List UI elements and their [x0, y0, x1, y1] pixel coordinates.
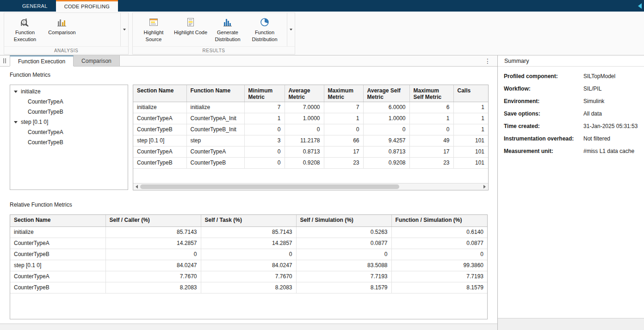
tree-item-countertypeb[interactable]: CounterTypeB — [10, 107, 128, 117]
table-row[interactable]: CounterTypeB8.20838.20838.15798.1579 — [10, 282, 487, 293]
scroll-left-button[interactable] — [133, 183, 140, 190]
summary-fields: Profiled component: SILTopModel Workflow… — [498, 67, 644, 318]
horizontal-scrollbar[interactable] — [133, 183, 488, 190]
tab-general[interactable]: GENERAL — [14, 0, 56, 12]
table-row[interactable]: CounterTypeBCounterTypeB00.9208230.92082… — [133, 157, 488, 168]
table-cell: 14.2857 — [105, 238, 201, 249]
table-cell: CounterTypeA — [10, 271, 105, 282]
table-cell: 0.6140 — [391, 226, 487, 238]
table-cell: 7.7670 — [105, 271, 201, 282]
table-cell: 7.7193 — [391, 271, 487, 282]
table-cell: 0 — [324, 124, 363, 135]
column-header[interactable]: Average Metric — [285, 85, 324, 102]
column-header[interactable]: Average Self Metric — [363, 85, 409, 102]
table-cell: 1.0000 — [285, 113, 324, 124]
table-row[interactable]: initializeinitialize77.000076.000061 — [133, 102, 488, 113]
table-header-row: Section NameFunction NameMinimum MetricA… — [133, 85, 488, 102]
table-cell: CounterTypeB — [10, 249, 105, 260]
highlight-source-button-label: Highlight Source — [135, 29, 172, 43]
function-distribution-button[interactable]: Function Distribution — [246, 13, 283, 46]
comparison-button-label: Comparison — [48, 29, 75, 36]
column-header[interactable]: Self / Simulation (%) — [296, 215, 391, 226]
summary-row-measurement-unit: Measurement unit: #miss L1 data cache — [504, 148, 638, 155]
highlight-code-button[interactable]: Highlight Code — [172, 13, 209, 46]
function-distribution-button-label: Function Distribution — [246, 29, 283, 43]
collapse-node-icon[interactable] — [14, 91, 18, 93]
table-cell: 1 — [324, 113, 363, 124]
table-row[interactable]: step [0.1 0]step311.2178669.425749101 — [133, 135, 488, 146]
table-cell: 7.7193 — [296, 271, 391, 282]
tree-item-step[interactable]: step [0.1 0] — [10, 117, 128, 127]
table-cell: 3 — [244, 135, 285, 146]
table-row[interactable]: CounterTypeA14.285714.28570.08770.0877 — [10, 238, 487, 249]
table-cell: step — [186, 135, 244, 146]
scrollbar-thumb[interactable] — [140, 184, 399, 189]
document-area: Function Execution Comparison ⋮ Function… — [0, 55, 497, 330]
tree-item-countertypea[interactable]: CounterTypeA — [10, 97, 128, 107]
highlight-source-button[interactable]: Highlight Source — [135, 13, 172, 46]
doc-tab-comparison[interactable]: Comparison — [74, 55, 120, 66]
tree-item-countertypeb[interactable]: CounterTypeB — [10, 137, 128, 147]
table-cell: 0 — [244, 146, 285, 157]
table-cell: 8.2083 — [201, 282, 296, 293]
table-row[interactable]: CounterTypeB0000 — [10, 249, 487, 260]
table-row[interactable]: CounterTypeBCounterTypeB_Init000001 — [133, 124, 488, 135]
document-actions-button[interactable]: ⋮ — [484, 55, 497, 66]
results-gallery-expand-button[interactable] — [287, 13, 295, 46]
generate-distribution-button-label: Generate Distribution — [209, 29, 246, 43]
table-row[interactable]: CounterTypeACounterTypeA00.8713170.87131… — [133, 146, 488, 157]
function-metrics-table: Section NameFunction NameMinimum MetricA… — [133, 85, 488, 169]
table-cell: 66 — [324, 135, 363, 146]
table-cell: 0.5263 — [296, 226, 391, 238]
collapse-node-icon[interactable] — [14, 121, 18, 123]
column-header[interactable]: Section Name — [133, 85, 186, 102]
function-execution-button[interactable]: Function Execution — [6, 13, 43, 46]
table-row[interactable]: step [0.1 0]84.024784.024783.508899.3860 — [10, 260, 487, 271]
summary-row-save-options: Save options: All data — [504, 110, 638, 117]
table-cell: 8.1579 — [296, 282, 391, 293]
table-cell: initialize — [186, 102, 244, 113]
table-cell: 23 — [324, 157, 363, 168]
table-row[interactable]: CounterTypeACounterTypeA_Init11.000011.0… — [133, 113, 488, 124]
table-cell: step [0.1 0] — [10, 260, 105, 271]
scrollbar-track[interactable] — [140, 183, 481, 190]
doc-tab-function-execution[interactable]: Function Execution — [10, 55, 74, 66]
column-header[interactable]: Function Name — [186, 85, 244, 102]
table-cell: 11.2178 — [285, 135, 324, 146]
doc-tab-comparison-label: Comparison — [81, 58, 111, 64]
scroll-right-button[interactable] — [481, 183, 488, 190]
analysis-gallery-expand-button[interactable] — [120, 13, 128, 46]
dock-grip-icon[interactable] — [0, 55, 10, 66]
column-header[interactable]: Minimum Metric — [244, 85, 285, 102]
summary-row-environment: Environment: Simulink — [504, 98, 638, 105]
column-header[interactable]: Self / Task (%) — [201, 215, 296, 226]
table-cell: 6.0000 — [363, 102, 409, 113]
table-cell: 17 — [409, 146, 453, 157]
comparison-icon — [56, 17, 68, 28]
status-bar — [0, 324, 497, 330]
ribbon-group-results-label: RESULTS — [133, 46, 295, 54]
comparison-button[interactable]: Comparison — [43, 13, 80, 46]
column-header[interactable]: Function / Simulation (%) — [391, 215, 487, 226]
table-cell: CounterTypeB — [133, 157, 186, 168]
table-row[interactable]: initialize85.714385.71430.52630.6140 — [10, 226, 487, 238]
column-header[interactable]: Maximum Metric — [324, 85, 363, 102]
tree-item-countertypea[interactable]: CounterTypeA — [10, 127, 128, 137]
table-cell: 1 — [453, 124, 488, 135]
relative-function-metrics-title: Relative Function Metrics — [10, 202, 497, 208]
column-header[interactable]: Maximum Self Metric — [409, 85, 453, 102]
tab-general-label: GENERAL — [22, 3, 48, 9]
tree-item-initialize[interactable]: initialize — [10, 86, 128, 97]
generate-distribution-button[interactable]: Generate Distribution — [209, 13, 246, 46]
column-header[interactable]: Section Name — [10, 215, 105, 226]
collapse-toolstrip-button[interactable] — [638, 0, 642, 12]
relative-metrics-table: Section NameSelf / Caller (%)Self / Task… — [10, 215, 487, 293]
summary-row-profiled-component: Profiled component: SILTopModel — [504, 73, 638, 80]
column-header[interactable]: Calls — [453, 85, 488, 102]
tab-code-profiling[interactable]: CODE PROFILING — [56, 0, 118, 12]
table-row[interactable]: CounterTypeA7.76707.76707.71937.7193 — [10, 271, 487, 282]
summary-panel: Summary Profiled component: SILTopModel … — [497, 55, 644, 330]
table-cell: 1 — [453, 102, 488, 113]
table-cell: initialize — [10, 226, 105, 238]
column-header[interactable]: Self / Caller (%) — [105, 215, 201, 226]
